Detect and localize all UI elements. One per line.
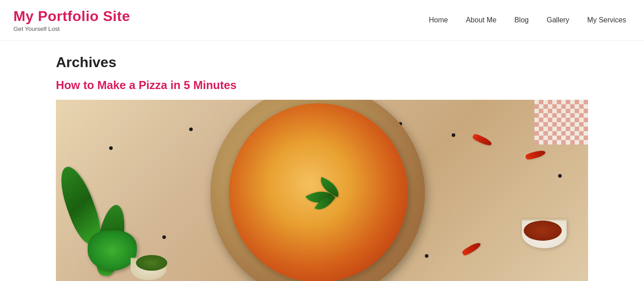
post-title-link[interactable]: How to Make a Pizza in 5 Minutes [56, 79, 631, 92]
chili-pepper [472, 133, 493, 147]
pizza-scene [56, 100, 588, 281]
nav-blog[interactable]: Blog [514, 16, 529, 24]
herbs [136, 255, 167, 271]
main-nav: Home About Me Blog Gallery My Services [429, 16, 626, 24]
peppercorn [162, 235, 166, 239]
peppercorn [452, 133, 455, 137]
peppercorn [189, 128, 193, 131]
post-featured-image [56, 100, 588, 281]
spice-content [524, 221, 562, 241]
peppercorn [425, 254, 428, 258]
pizza [229, 103, 408, 281]
site-tagline: Get Yourself Lost [13, 26, 130, 32]
nav-about[interactable]: About Me [466, 16, 496, 24]
peppercorn [558, 174, 562, 178]
site-branding: My Portfolio Site Get Yourself Lost [13, 8, 130, 32]
chili-pepper [525, 149, 546, 161]
bell-pepper [88, 230, 137, 271]
site-header: My Portfolio Site Get Yourself Lost Home… [0, 0, 644, 41]
peppercorn [109, 146, 113, 150]
nav-gallery[interactable]: Gallery [547, 16, 569, 24]
nav-home[interactable]: Home [429, 16, 448, 24]
archives-heading: Archives [56, 54, 631, 71]
chili-pepper [462, 241, 482, 257]
checkered-cloth [534, 100, 588, 145]
nav-services[interactable]: My Services [587, 16, 626, 24]
site-title[interactable]: My Portfolio Site [13, 8, 130, 25]
main-content: Archives How to Make a Pizza in 5 Minute… [0, 41, 644, 281]
